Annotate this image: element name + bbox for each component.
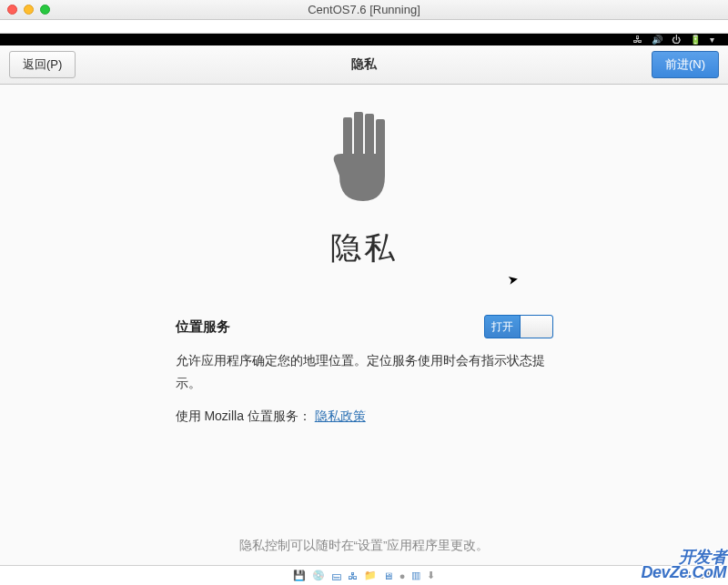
cpu-icon[interactable]: ▥: [411, 570, 420, 581]
page-heading: 隐私: [330, 227, 398, 269]
location-services-description: 允许应用程序确定您的地理位置。定位服务使用时会有指示状态提示。: [176, 349, 553, 394]
svg-rect-1: [354, 112, 363, 156]
svg-rect-3: [376, 119, 385, 156]
close-button[interactable]: [7, 5, 17, 15]
shared-folder-icon[interactable]: 📁: [364, 570, 377, 581]
privacy-policy-link[interactable]: 隐私政策: [315, 408, 366, 423]
traffic-lights: [7, 5, 50, 15]
mozilla-service-line: 使用 Mozilla 位置服务： 隐私政策: [176, 408, 553, 425]
network-icon[interactable]: 🖧: [633, 35, 642, 45]
maximize-button[interactable]: [40, 5, 50, 15]
mouse-integration-icon[interactable]: ⬇: [427, 570, 435, 581]
optical-icon[interactable]: 💿: [312, 570, 325, 581]
volume-icon[interactable]: 🔊: [652, 35, 662, 45]
virtualbox-statusbar: 💾 💿 🖴 🖧 📁 🖥 ● ▥ ⬇ ⌘ Left ⌘: [0, 565, 728, 585]
forward-button[interactable]: 前进(N): [652, 51, 719, 78]
svg-rect-2: [365, 114, 374, 156]
vb-status-icons: 💾 💿 🖴 🖧 📁 🖥 ● ▥ ⬇: [293, 570, 436, 581]
switch-on-label: 打开: [485, 319, 520, 335]
window-title: CentOS7.6 [Running]: [0, 3, 728, 16]
header-title: 隐私: [0, 56, 728, 73]
network-status-icon[interactable]: 🖧: [348, 570, 358, 581]
location-services-switch[interactable]: 打开: [484, 315, 553, 338]
mozilla-prefix: 使用 Mozilla 位置服务：: [176, 408, 315, 423]
minimize-button[interactable]: [24, 5, 34, 15]
mouse-cursor-icon: ➤: [506, 271, 520, 287]
virtualbox-menubar: [0, 20, 728, 34]
host-key-indicator: ⌘ Left ⌘: [681, 570, 723, 581]
guest-system-tray: 🖧 🔊 ⏻ 🔋 ▾: [0, 34, 728, 45]
recording-icon[interactable]: ●: [399, 570, 406, 581]
switch-knob: [520, 316, 552, 338]
back-button[interactable]: 返回(P): [9, 51, 76, 78]
footer-note: 隐私控制可以随时在“设置”应用程序里更改。: [0, 538, 728, 554]
privacy-hand-icon: [314, 110, 414, 214]
battery-icon[interactable]: 🔋: [690, 35, 701, 45]
svg-rect-0: [343, 117, 352, 156]
forward-button-label: 前进(N): [665, 56, 705, 73]
harddisk-icon[interactable]: 💾: [293, 570, 306, 581]
usb-icon[interactable]: 🖴: [331, 570, 341, 581]
location-services-label: 位置服务: [176, 318, 230, 336]
setup-headerbar: 返回(P) 隐私 前进(N): [0, 45, 728, 85]
power-icon[interactable]: ⏻: [672, 35, 681, 45]
dropdown-caret-icon[interactable]: ▾: [710, 35, 714, 45]
setup-content: 隐私 位置服务 打开 允许应用程序确定您的地理位置。定位服务使用时会有指示状态提…: [0, 85, 728, 565]
display-icon[interactable]: 🖥: [383, 570, 393, 581]
location-services-section: 位置服务 打开 允许应用程序确定您的地理位置。定位服务使用时会有指示状态提示。 …: [176, 315, 553, 425]
location-services-row: 位置服务 打开: [176, 315, 553, 338]
mac-titlebar: CentOS7.6 [Running]: [0, 0, 728, 20]
back-button-label: 返回(P): [23, 56, 62, 73]
